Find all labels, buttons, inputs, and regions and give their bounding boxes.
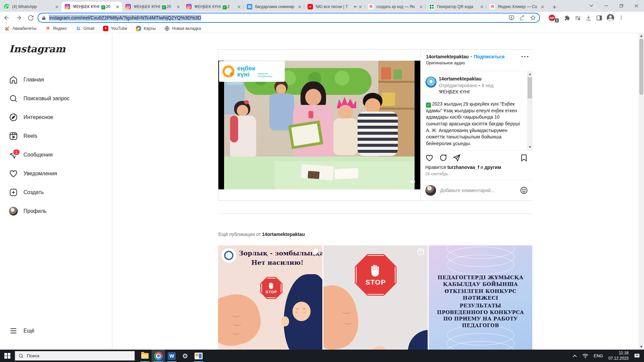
tab-close-icon[interactable] [297,4,302,9]
adblock-icon[interactable]: ABP [549,15,555,21]
tab-close-icon[interactable] [54,4,59,9]
grid-post-2[interactable]: STOP [323,245,428,350]
address-bar[interactable]: instagram.com/reel/Cxu0Z2PM8yA/?igshid=N… [38,13,540,23]
caption-scrollbar[interactable] [527,71,533,150]
notification-center-icon[interactable] [634,353,640,359]
taskbar-settings[interactable]: ⚙ [178,350,192,362]
tab-qr-generator[interactable]: Генератор QR кода [426,2,486,12]
profile-avatar-button[interactable] [607,14,614,21]
bookmark-newtab[interactable]: Новая вкладка [164,26,201,31]
playlist-icon[interactable] [575,15,581,21]
downloads-icon[interactable] [585,15,592,21]
save-icon[interactable] [520,154,528,162]
sidebar-item-messages[interactable]: 1 Сообщения [0,145,112,164]
grid-post-3[interactable]: ПЕДАГОГТЕРДІ ЖҰМЫСҚА ҚАБЫЛДАУ БОЙЫНША ӨТ… [429,245,532,350]
post-username[interactable]: 14ortamektepaktau [426,54,469,59]
tab-close-icon[interactable] [479,4,484,9]
comment-icon[interactable] [439,154,447,162]
start-button[interactable] [0,350,15,362]
language-indicator[interactable]: ENG [594,353,603,358]
app-window-icon [195,353,203,359]
sidebar-item-more[interactable]: Ещё [0,321,112,340]
taskbar-search[interactable]: Поиск [15,351,135,361]
tab-yandex-clicker[interactable]: Я Яндекс Кликер — Co [486,2,547,12]
chrome-menu-icon[interactable] [619,15,624,20]
new-tab-button[interactable] [550,3,559,11]
grid-post-1[interactable]: STOP Зорлық - зомбылыққа жо Нет насилию! [218,245,322,350]
commenter-avatar[interactable] [425,76,437,88]
back-button[interactable] [3,14,10,21]
side-panel-icon[interactable] [596,15,602,21]
reel-video[interactable]: еңбеккүні ҚазақстанРеспубликасы [218,61,420,189]
tab-whatsapp[interactable]: (4) WhatsApp [1,2,61,12]
browser-tab-strip: (4) WhatsApp ⚒ЕҢБЕК КҮНІ ✓20 ⚒ЕҢБЕК КҮНІ… [0,0,644,12]
taskbar-word[interactable]: W [165,350,178,362]
tab-audio-icon[interactable] [354,5,358,9]
window-close-button[interactable] [629,0,644,11]
sidebar-item-home[interactable]: Главная [0,70,112,89]
tab-instagram-3[interactable]: ⚒ЕҢБЕК КҮНІ ✓2 [183,2,244,12]
share-plane-icon[interactable] [453,154,461,162]
instagram-logo[interactable]: Instagram [9,43,65,55]
extensions-puzzle-icon[interactable] [564,15,570,21]
tab-close-icon[interactable] [175,4,181,9]
post-options-icon[interactable] [521,56,529,58]
tab-title: Генератор QR кода [437,4,478,9]
follow-button[interactable]: Подписаться [474,54,505,59]
forward-button[interactable] [15,14,22,21]
tab-close-icon[interactable] [115,4,120,9]
scroll-down-arrow[interactable] [640,346,643,348]
tab-close-icon[interactable] [236,4,241,9]
caption-username[interactable]: 14ortamektepaktau [439,76,482,81]
sidebar-item-create[interactable]: Создать [0,183,112,202]
wifi-icon[interactable] [582,354,588,358]
bookmark-youtube[interactable]: YouTube [103,26,127,31]
scroll-thumb[interactable] [639,39,643,95]
bookmark-star-icon[interactable] [530,15,536,21]
lock-icon[interactable] [42,15,46,20]
sidebar-item-notifications[interactable]: Уведомления [0,164,112,183]
reload-button[interactable] [28,15,34,21]
taskbar-chrome[interactable] [152,350,165,362]
share-icon[interactable] [519,15,525,21]
emoji-icon[interactable] [520,186,528,194]
bookmark-aviabilety[interactable]: Авиабилеты [5,26,37,31]
like-icon[interactable] [425,154,433,162]
more-posts-username[interactable]: 14ortamektepaktau [262,232,305,237]
tab-search-chevron-icon[interactable] [584,0,599,11]
scroll-up-arrow[interactable] [640,35,643,37]
tab-close-icon[interactable] [358,4,363,9]
liker-username[interactable]: turzhanovaa_f [447,165,479,170]
tab-youtube[interactable]: NЮ все песни | Т [304,2,365,12]
comment-input[interactable]: Добавьте комментарий... [440,188,516,193]
mute-icon[interactable] [410,179,416,185]
gear-icon: ⚙ [182,353,188,359]
sidebar-item-reels[interactable]: Reels [0,127,112,145]
tab-close-icon[interactable] [540,4,545,9]
window-minimize-button[interactable] [599,0,614,11]
taskbar-explorer[interactable] [138,350,152,362]
tab-docs[interactable]: бағдарлама семинар [244,2,304,12]
tray-chevron-icon[interactable] [573,355,577,357]
school-logo-icon [221,248,236,263]
sidebar-item-profile[interactable]: Профиль [0,202,112,221]
sidebar-item-explore[interactable]: Интересное [0,108,112,127]
original-audio[interactable]: Оригинальное аудио [426,61,528,65]
tab-yandex-qr[interactable]: Я создать кр код — Ян [365,2,426,12]
url-text[interactable]: instagram.com/reel/Cxu0Z2PM8yA/?igshid=N… [49,15,201,21]
tab-instagram-2[interactable]: ⚒ЕҢБЕК КҮНІ ✓20 [122,2,183,12]
scroll-thumb[interactable] [528,77,532,99]
taskbar-clock[interactable]: 11:1807.12.2023 [608,351,629,361]
bookmark-maps[interactable]: Карты [136,26,156,31]
bookmark-gmail[interactable]: G Gmail [76,26,95,31]
scroll-down-arrow[interactable] [529,146,531,148]
window-maximize-button[interactable] [614,0,629,11]
bookmark-yandex[interactable]: Я Яндекс [45,26,67,31]
tab-instagram-active[interactable]: ⚒ЕҢБЕК КҮНІ ✓20 [61,2,122,12]
sidebar-item-search[interactable]: Поисковый запрос [0,89,112,108]
scroll-up-arrow[interactable] [529,73,531,75]
tab-close-icon[interactable] [418,4,424,9]
taskbar-app[interactable] [192,350,205,362]
install-icon[interactable] [508,15,515,21]
page-scrollbar[interactable] [639,33,644,350]
